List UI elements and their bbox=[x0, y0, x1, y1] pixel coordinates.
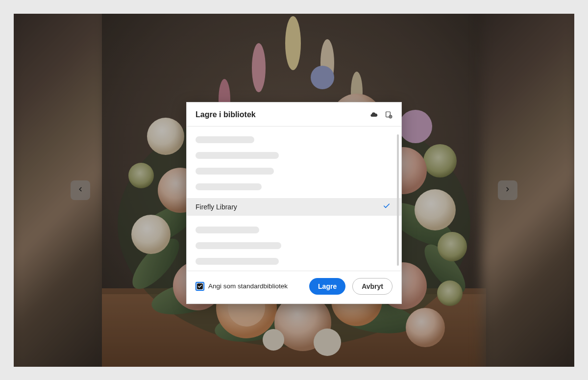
background-blur-left bbox=[14, 14, 106, 367]
save-button[interactable]: Lagre bbox=[309, 278, 345, 295]
scrollbar[interactable] bbox=[397, 134, 399, 266]
checkbox-icon bbox=[196, 282, 204, 291]
image-viewer-stage: Lagre i bibliotek Firefly Library bbox=[14, 14, 574, 367]
check-icon bbox=[383, 202, 391, 211]
new-library-icon[interactable] bbox=[385, 111, 392, 119]
library-item-selected[interactable]: Firefly Library bbox=[187, 198, 401, 216]
cancel-button[interactable]: Avbryt bbox=[352, 278, 392, 295]
library-item-placeholder[interactable] bbox=[196, 258, 279, 265]
library-list-top bbox=[187, 132, 401, 193]
library-item-placeholder[interactable] bbox=[196, 152, 279, 159]
chevron-left-icon bbox=[77, 186, 84, 194]
library-item-placeholder[interactable] bbox=[196, 183, 262, 190]
dialog-body: Firefly Library bbox=[187, 127, 401, 271]
default-library-checkbox[interactable]: Angi som standardbibliotek bbox=[196, 282, 302, 291]
checkbox-label: Angi som standardbibliotek bbox=[208, 282, 288, 290]
save-to-library-dialog: Lagre i bibliotek Firefly Library bbox=[186, 102, 402, 304]
prev-image-button[interactable] bbox=[71, 180, 90, 200]
library-item-placeholder[interactable] bbox=[196, 168, 274, 175]
library-item-placeholder[interactable] bbox=[196, 242, 281, 249]
dialog-footer: Angi som standardbibliotek Lagre Avbryt bbox=[187, 271, 401, 304]
library-item-placeholder[interactable] bbox=[196, 227, 259, 233]
library-list-bottom bbox=[187, 223, 401, 268]
library-item-label: Firefly Library bbox=[196, 203, 237, 211]
dialog-title: Lagre i bibliotek bbox=[196, 110, 363, 119]
library-item-placeholder[interactable] bbox=[196, 136, 254, 143]
cloud-icon[interactable] bbox=[370, 111, 378, 119]
dialog-header: Lagre i bibliotek bbox=[187, 102, 401, 127]
background-blur-right bbox=[482, 14, 574, 367]
chevron-right-icon bbox=[504, 186, 511, 194]
next-image-button[interactable] bbox=[498, 180, 517, 200]
